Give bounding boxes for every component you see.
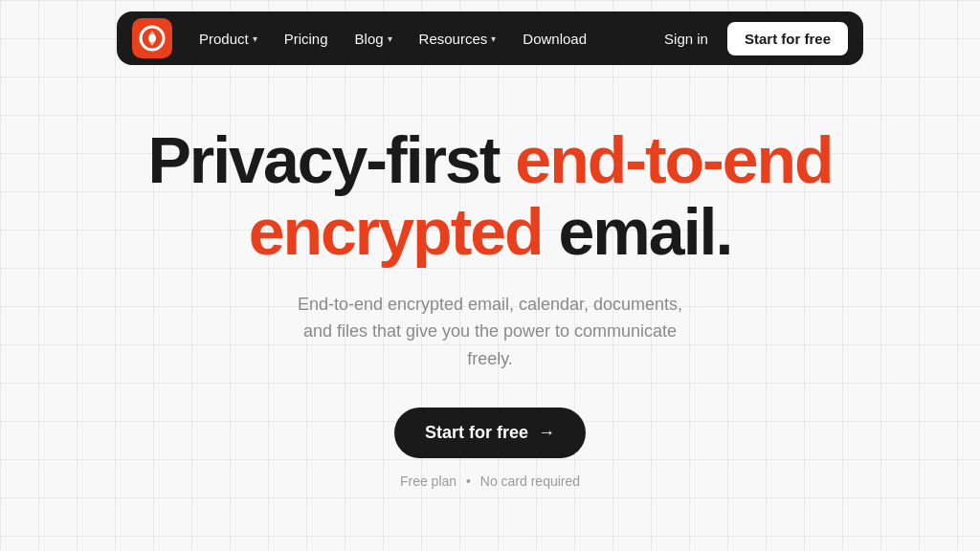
nav-item-pricing[interactable]: Pricing (273, 23, 340, 55)
hero-note-part1: Free plan (400, 474, 457, 489)
nav-item-download[interactable]: Download (511, 23, 598, 55)
hero-heading: Privacy-first end-to-end encrypted email… (147, 124, 832, 268)
hero-subtext: End-to-end encrypted email, calendar, do… (289, 291, 691, 373)
chevron-down-icon: ▾ (388, 33, 392, 44)
nav-item-blog[interactable]: Blog ▾ (344, 23, 404, 55)
hero-heading-black-1: Privacy-first (147, 123, 515, 196)
dot-separator: • (466, 474, 471, 489)
chevron-down-icon: ▾ (491, 33, 496, 44)
hero-heading-black-2: email. (543, 195, 732, 268)
hero-section: Privacy-first end-to-end encrypted email… (0, 77, 980, 489)
chevron-down-icon: ▾ (253, 33, 257, 44)
hero-cta-button[interactable]: Start for free → (394, 408, 586, 458)
logo[interactable] (132, 18, 172, 58)
arrow-icon: → (538, 423, 555, 443)
hero-note-part2: No card required (480, 474, 580, 489)
start-for-free-button[interactable]: Start for free (727, 22, 848, 55)
nav-actions: Sign in Start for free (653, 22, 848, 55)
nav-item-resources[interactable]: Resources ▾ (408, 23, 508, 55)
hero-cta-label: Start for free (425, 423, 528, 443)
sign-in-button[interactable]: Sign in (653, 23, 720, 55)
hero-note: Free plan • No card required (400, 474, 580, 489)
navbar: Product ▾ Pricing Blog ▾ Resources ▾ Dow… (117, 11, 863, 65)
nav-item-product[interactable]: Product ▾ (188, 23, 269, 55)
nav-items: Product ▾ Pricing Blog ▾ Resources ▾ Dow… (188, 23, 653, 55)
hero-heading-accent-1: end-to-end (515, 123, 832, 196)
svg-point-1 (148, 34, 156, 42)
hero-heading-accent-2: encrypted (249, 195, 543, 268)
logo-icon (132, 18, 172, 58)
